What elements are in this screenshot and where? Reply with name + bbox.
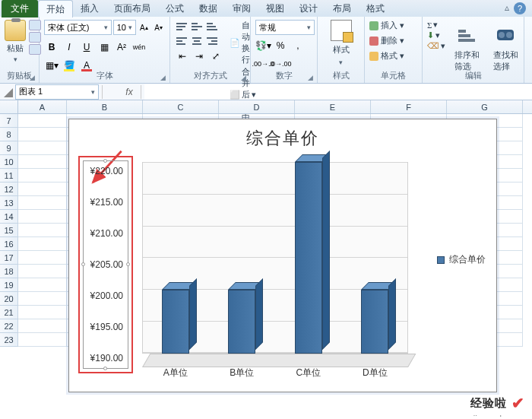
tab-page-layout[interactable]: 页面布局 bbox=[106, 0, 158, 17]
tab-insert[interactable]: 插入 bbox=[73, 0, 106, 17]
accounting-format-button[interactable]: 💱▾ bbox=[255, 38, 271, 53]
col-header-C[interactable]: C bbox=[143, 100, 219, 113]
row-header-16[interactable]: 16 bbox=[0, 237, 18, 251]
font-name-select[interactable]: 宋体 (正文)▾ bbox=[44, 20, 112, 35]
font-size-select[interactable]: 10▾ bbox=[113, 20, 136, 35]
row-header-19[interactable]: 19 bbox=[0, 278, 18, 292]
cell[interactable] bbox=[18, 306, 67, 319]
chart-bar[interactable] bbox=[162, 290, 189, 354]
grow-font-button[interactable]: A▴ bbox=[138, 20, 150, 35]
font-launcher-icon[interactable]: ◢ bbox=[160, 74, 168, 81]
decrease-decimal-button[interactable]: .0→.00 bbox=[273, 56, 288, 71]
cell[interactable] bbox=[18, 224, 67, 237]
minimize-ribbon-icon[interactable]: ▵ bbox=[505, 2, 509, 14]
chart-plot-area[interactable] bbox=[142, 162, 408, 367]
find-select-button[interactable]: 查找和选择 bbox=[493, 30, 520, 72]
format-cells-button[interactable]: 格式 ▾ bbox=[369, 50, 417, 62]
row-header-15[interactable]: 15 bbox=[0, 224, 18, 237]
decrease-indent-button[interactable]: ⇤ bbox=[175, 49, 190, 64]
insert-cells-button[interactable]: 插入 ▾ bbox=[369, 20, 417, 31]
row-header-22[interactable]: 22 bbox=[0, 319, 18, 333]
align-bottom-button[interactable] bbox=[205, 20, 219, 33]
col-header-D[interactable]: D bbox=[219, 100, 295, 113]
underline-button[interactable]: U bbox=[79, 40, 94, 55]
col-header-F[interactable]: F bbox=[371, 100, 447, 113]
row-header-13[interactable]: 13 bbox=[0, 196, 18, 210]
row-header-20[interactable]: 20 bbox=[0, 292, 18, 306]
chart-legend[interactable]: 综合单价 bbox=[437, 253, 486, 266]
fx-button[interactable]: fx bbox=[121, 87, 138, 97]
autosum-button[interactable]: Σ ▾ bbox=[427, 20, 445, 30]
tab-review[interactable]: 审阅 bbox=[225, 0, 258, 17]
chart-y-axis-selected[interactable]: ¥220.00 ¥215.00 ¥210.00 ¥205.00 ¥200.00 … bbox=[78, 156, 133, 373]
cell[interactable] bbox=[18, 210, 67, 224]
clear-button[interactable]: ⌫ ▾ bbox=[427, 41, 445, 51]
name-box[interactable]: 图表 1 ▾ bbox=[15, 84, 99, 100]
select-all-button[interactable] bbox=[0, 84, 15, 100]
row-header-21[interactable]: 21 bbox=[0, 306, 18, 319]
shrink-font-button[interactable]: A▾ bbox=[152, 20, 165, 35]
chart-x-axis[interactable]: A单位 B单位 C单位 D单位 bbox=[142, 367, 408, 379]
tab-formula[interactable]: 公式 bbox=[158, 0, 192, 17]
row-header-14[interactable]: 14 bbox=[0, 210, 18, 224]
styles-button[interactable]: 样式 bbox=[333, 44, 350, 56]
cell[interactable] bbox=[18, 237, 67, 251]
row-header-17[interactable]: 17 bbox=[0, 251, 18, 265]
col-header-A[interactable]: A bbox=[18, 100, 67, 113]
col-header-B[interactable]: B bbox=[67, 100, 143, 113]
cell[interactable] bbox=[18, 278, 67, 292]
italic-button[interactable]: I bbox=[62, 40, 77, 55]
align-middle-button[interactable] bbox=[190, 20, 204, 33]
cell[interactable] bbox=[18, 183, 67, 196]
row-header-10[interactable]: 10 bbox=[0, 155, 18, 169]
row-header-9[interactable]: 9 bbox=[0, 141, 18, 155]
cell[interactable] bbox=[18, 251, 67, 265]
chart-bar[interactable] bbox=[295, 162, 322, 354]
tab-file[interactable]: 文件 bbox=[2, 0, 38, 17]
cell[interactable] bbox=[18, 292, 67, 306]
tab-format[interactable]: 格式 bbox=[359, 0, 392, 17]
number-launcher-icon[interactable]: ◢ bbox=[308, 74, 315, 81]
alignment-launcher-icon[interactable]: ◢ bbox=[241, 74, 249, 81]
superscript-button[interactable]: A² bbox=[114, 40, 129, 55]
tab-home[interactable]: 开始 bbox=[38, 0, 73, 17]
tab-view[interactable]: 视图 bbox=[258, 0, 292, 17]
percent-button[interactable]: % bbox=[273, 38, 288, 53]
sort-filter-button[interactable]: 排序和筛选 bbox=[454, 30, 481, 72]
row-header-12[interactable]: 12 bbox=[0, 183, 18, 196]
align-center-button[interactable] bbox=[190, 34, 204, 48]
cell[interactable] bbox=[18, 196, 67, 210]
chart-title[interactable]: 综合单价 bbox=[74, 127, 492, 150]
comma-button[interactable]: , bbox=[290, 38, 306, 53]
tab-data[interactable]: 数据 bbox=[192, 0, 225, 17]
cell[interactable] bbox=[18, 128, 67, 141]
cell[interactable] bbox=[18, 114, 67, 128]
align-top-button[interactable] bbox=[175, 20, 188, 33]
chart-bar[interactable] bbox=[228, 290, 255, 354]
chart-bar[interactable] bbox=[361, 290, 388, 354]
increase-indent-button[interactable]: ⇥ bbox=[192, 49, 207, 64]
align-left-button[interactable] bbox=[175, 34, 188, 48]
cell[interactable] bbox=[18, 169, 67, 183]
help-icon[interactable]: ? bbox=[514, 2, 526, 14]
cell[interactable] bbox=[18, 319, 67, 333]
chart-object[interactable]: 综合单价 ¥220.00 ¥215.00 ¥210.00 ¥205.00 ¥20… bbox=[68, 119, 497, 392]
col-header-E[interactable]: E bbox=[295, 100, 371, 113]
align-right-button[interactable] bbox=[205, 34, 219, 48]
row-header-7[interactable]: 7 bbox=[0, 114, 18, 128]
cell[interactable] bbox=[18, 265, 67, 278]
phonetic-button[interactable]: wén bbox=[131, 40, 147, 55]
number-format-select[interactable]: 常规▾ bbox=[255, 20, 315, 35]
fill-button[interactable]: ⬇ ▾ bbox=[427, 30, 445, 40]
clipboard-launcher-icon[interactable]: ◢ bbox=[30, 74, 37, 81]
row-header-23[interactable]: 23 bbox=[0, 333, 18, 347]
row-header-11[interactable]: 11 bbox=[0, 169, 18, 183]
cell[interactable] bbox=[18, 155, 67, 169]
orientation-button[interactable]: ⤢ bbox=[208, 49, 223, 64]
tab-design[interactable]: 设计 bbox=[292, 0, 325, 17]
delete-cells-button[interactable]: 删除 ▾ bbox=[369, 35, 417, 46]
col-header-G[interactable]: G bbox=[447, 100, 523, 113]
border-button[interactable]: ▦ bbox=[97, 40, 112, 55]
increase-decimal-button[interactable]: .00→.0 bbox=[255, 56, 271, 71]
row-header-18[interactable]: 18 bbox=[0, 265, 18, 278]
